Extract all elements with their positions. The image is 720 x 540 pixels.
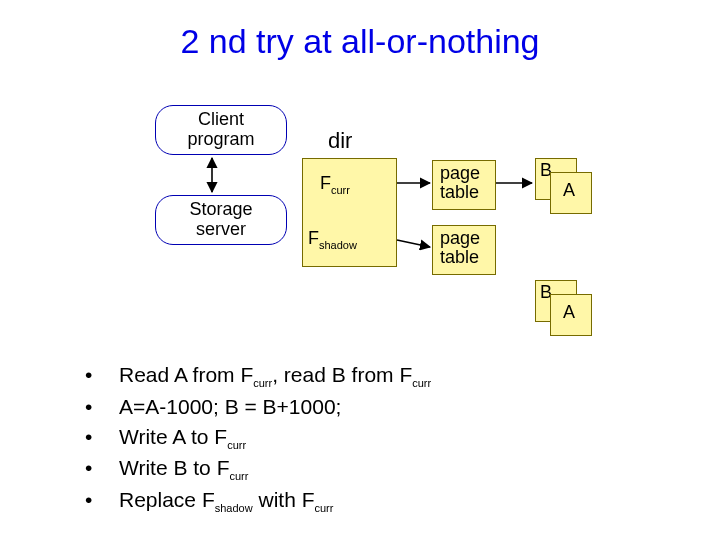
page-table-2-label: page table [440, 229, 480, 267]
dir-label: dir [328, 128, 352, 154]
list-item: •Read A from Fcurr, read B from Fcurr [85, 360, 431, 392]
svg-line-2 [397, 240, 430, 247]
list-item: •A=A-1000; B = B+1000; [85, 392, 431, 422]
client-program-node: Client program [155, 105, 287, 155]
storage-server-node: Storage server [155, 195, 287, 245]
bullet-list: •Read A from Fcurr, read B from Fcurr •A… [85, 360, 431, 517]
list-item: •Write B to Fcurr [85, 453, 431, 485]
storage-server-label: Storage server [189, 200, 252, 240]
client-program-label: Client program [187, 110, 254, 150]
stack2-front-label: A [563, 302, 575, 323]
list-item: •Replace Fshadow with Fcurr [85, 485, 431, 517]
stack1-front-label: A [563, 180, 575, 201]
slide-title: 2 nd try at all-or-nothing [0, 22, 720, 61]
dir-fshadow: Fshadow [308, 228, 357, 251]
page-table-1-label: page table [440, 164, 480, 202]
list-item: •Write A to Fcurr [85, 422, 431, 454]
dir-fcurr: FcurrFcurr [320, 173, 350, 196]
